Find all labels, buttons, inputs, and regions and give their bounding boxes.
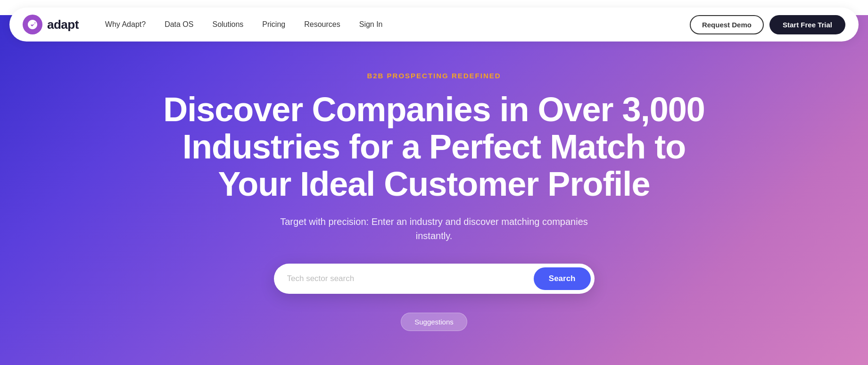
nav-link-why-adapt[interactable]: Why Adapt? (98, 17, 153, 33)
hero-subtitle: Target with precision: Enter an industry… (269, 215, 599, 243)
adapt-logo-svg (27, 19, 38, 30)
logo[interactable]: adapt (23, 15, 79, 34)
hero-section: B2B PROSPECTING REDEFINED Discover Compa… (0, 15, 868, 365)
request-demo-button[interactable]: Request Demo (690, 15, 764, 34)
nav-link-sign-in[interactable]: Sign In (352, 17, 390, 33)
navbar: adapt Why Adapt? Data OS Solutions Prici… (9, 8, 859, 41)
nav-link-resources[interactable]: Resources (297, 17, 347, 33)
hero-title: Discover Companies in Over 3,000 Industr… (151, 91, 717, 203)
search-input[interactable] (287, 274, 534, 283)
nav-actions: Request Demo Start Free Trial (690, 15, 845, 34)
search-bar: Search (274, 264, 595, 294)
search-button[interactable]: Search (534, 267, 591, 290)
suggestions-button[interactable]: Suggestions (401, 313, 467, 331)
hero-badge: B2B PROSPECTING REDEFINED (367, 72, 501, 80)
nav-links: Why Adapt? Data OS Solutions Pricing Res… (98, 17, 690, 33)
nav-link-solutions[interactable]: Solutions (205, 17, 251, 33)
start-trial-button[interactable]: Start Free Trial (769, 15, 845, 34)
nav-link-pricing[interactable]: Pricing (255, 17, 293, 33)
logo-icon (23, 15, 42, 34)
nav-link-data-os[interactable]: Data OS (157, 17, 201, 33)
logo-text: adapt (47, 17, 79, 32)
